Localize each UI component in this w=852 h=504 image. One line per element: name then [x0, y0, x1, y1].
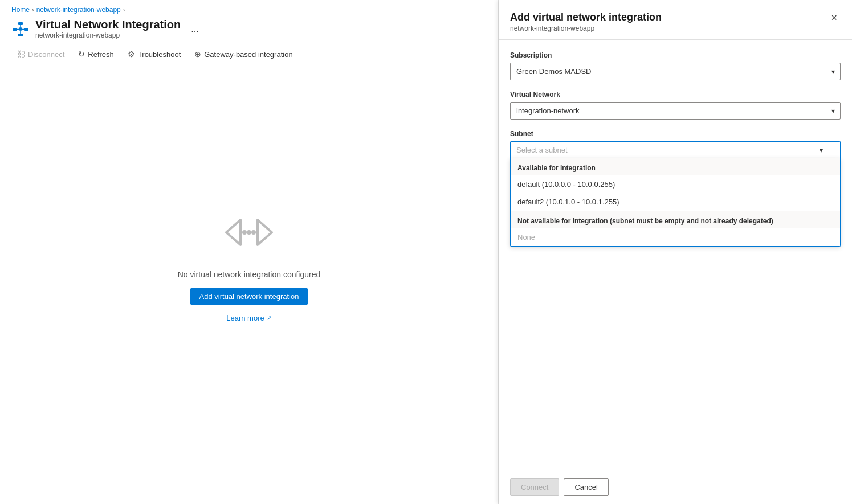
- breadcrumb-app[interactable]: network-integration-webapp: [36, 6, 121, 14]
- subnet-placeholder: Select a subnet: [516, 146, 568, 154]
- subnet-chevron-icon: ▾: [820, 146, 823, 154]
- virtual-network-select-wrapper: integration-network ▾: [510, 102, 841, 120]
- subscription-select[interactable]: Green Demos MADSD: [510, 63, 841, 80]
- svg-rect-1: [24, 28, 28, 31]
- subnet-group: Subnet Select a subnet ▾ Available for i…: [510, 130, 841, 247]
- panel-title: Add virtual network integration: [510, 11, 662, 23]
- empty-state: No virtual network integration configure…: [0, 67, 498, 504]
- panel-header-text: Add virtual network integration network-…: [510, 11, 662, 32]
- disconnect-button[interactable]: ⛓ Disconnect: [11, 46, 70, 62]
- breadcrumb-home[interactable]: Home: [11, 6, 30, 14]
- disconnect-icon: ⛓: [17, 50, 25, 59]
- connect-button[interactable]: Connect: [510, 478, 559, 496]
- add-vnet-button[interactable]: Add virtual network integration: [190, 288, 308, 305]
- svg-point-12: [242, 230, 247, 235]
- virtual-network-label: Virtual Network: [510, 91, 841, 99]
- empty-state-icon: [215, 204, 283, 261]
- page-title-block: Virtual Network Integration network-inte…: [35, 18, 181, 39]
- gateway-icon: ⊕: [194, 50, 201, 59]
- page-subtitle: network-integration-webapp: [35, 31, 181, 39]
- toolbar: ⛓ Disconnect ↻ Refresh ⚙ Troubleshoot ⊕ …: [0, 44, 498, 67]
- subscription-group: Subscription Green Demos MADSD ▾: [510, 51, 841, 80]
- svg-point-4: [19, 27, 22, 31]
- panel-footer: Connect Cancel: [499, 470, 852, 504]
- refresh-button[interactable]: ↻ Refresh: [72, 46, 120, 62]
- empty-text: No virtual network integration configure…: [178, 270, 321, 279]
- page-header: Virtual Network Integration network-inte…: [0, 16, 498, 44]
- panel-close-button[interactable]: ×: [827, 11, 841, 24]
- virtual-network-select[interactable]: integration-network: [510, 102, 841, 120]
- external-link-icon: ↗: [267, 314, 272, 322]
- svg-marker-11: [258, 220, 272, 245]
- subnet-dropdown: Available for integration default (10.0.…: [510, 158, 841, 247]
- gateway-button[interactable]: ⊕ Gateway-based integration: [189, 46, 298, 62]
- main-content: Home › network-integration-webapp › Virt…: [0, 0, 499, 504]
- page-title: Virtual Network Integration: [35, 18, 181, 31]
- refresh-icon: ↻: [78, 50, 85, 59]
- svg-point-13: [247, 230, 251, 235]
- subnet-item-none: None: [511, 228, 840, 246]
- virtual-network-group: Virtual Network integration-network ▾: [510, 91, 841, 120]
- breadcrumb-sep1: ›: [32, 6, 34, 13]
- available-header: Available for integration: [511, 158, 840, 175]
- subnet-item-default2[interactable]: default2 (10.0.1.0 - 10.0.1.255): [511, 193, 840, 211]
- subscription-select-wrapper: Green Demos MADSD ▾: [510, 63, 841, 80]
- more-options-button[interactable]: ...: [186, 22, 203, 36]
- subnet-select[interactable]: Select a subnet ▾: [510, 141, 841, 158]
- cancel-button[interactable]: Cancel: [564, 478, 608, 496]
- vnet-icon: [11, 20, 30, 38]
- subnet-item-default[interactable]: default (10.0.0.0 - 10.0.0.255): [511, 175, 840, 193]
- troubleshoot-icon: ⚙: [128, 50, 135, 59]
- panel-body: Subscription Green Demos MADSD ▾ Virtual…: [499, 40, 852, 470]
- side-panel: Add virtual network integration network-…: [499, 0, 852, 504]
- panel-subtitle: network-integration-webapp: [510, 24, 662, 32]
- troubleshoot-button[interactable]: ⚙ Troubleshoot: [122, 46, 186, 62]
- panel-header: Add virtual network integration network-…: [499, 0, 852, 40]
- learn-more-link[interactable]: Learn more ↗: [226, 314, 271, 322]
- svg-rect-3: [18, 34, 23, 36]
- unavailable-header: Not available for integration (subnet mu…: [511, 211, 840, 228]
- subnet-label: Subnet: [510, 130, 841, 138]
- svg-point-14: [251, 230, 256, 235]
- subscription-label: Subscription: [510, 51, 841, 59]
- breadcrumb-sep2: ›: [123, 6, 125, 13]
- svg-rect-0: [13, 28, 17, 31]
- svg-marker-9: [226, 220, 240, 245]
- breadcrumb: Home › network-integration-webapp ›: [0, 0, 498, 16]
- svg-rect-2: [18, 22, 23, 25]
